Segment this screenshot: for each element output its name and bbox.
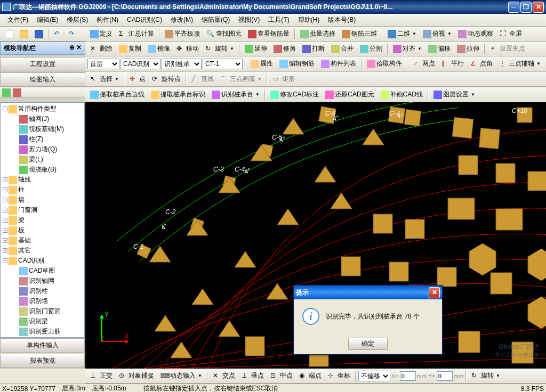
dialog-titlebar[interactable]: 提示 ✕ — [294, 285, 442, 299]
tree-root[interactable]: −常用构件类型 — [2, 104, 83, 114]
trim-button[interactable]: 修剪 — [271, 43, 299, 55]
undo-button[interactable]: ↶ — [51, 28, 65, 40]
menu-version[interactable]: 版本号(B) — [324, 14, 360, 26]
tree-slab[interactable]: 现浇板(B) — [11, 165, 83, 175]
new-button[interactable] — [2, 28, 16, 40]
menu-edit[interactable]: 编辑(E) — [33, 14, 62, 26]
restore-button[interactable]: ❐ — [520, 2, 532, 13]
line-button[interactable]: ╱直线 — [189, 73, 216, 85]
idcap-select[interactable]: 识别桩承 — [162, 59, 202, 69]
idcap-button[interactable]: 识别桩承台▼ — [209, 88, 262, 101]
tree-axis-grid[interactable]: 轴网(J) — [11, 114, 83, 124]
dialog-ok-button[interactable]: 确定 — [348, 338, 388, 350]
nav-project-settings[interactable]: 工程设置 — [0, 57, 85, 71]
snap-button[interactable]: ⊙对象捕捉 — [116, 370, 157, 382]
mid-button[interactable]: ⊡中点 — [268, 370, 295, 382]
stretch-button[interactable]: 拉伸 — [454, 43, 482, 55]
save-button[interactable] — [32, 28, 46, 40]
tree-raft[interactable]: 筏板基础(M) — [11, 124, 83, 134]
batchsel-button[interactable]: 批量选择 — [298, 28, 338, 40]
tree-openings[interactable]: +门窗洞 — [2, 205, 83, 215]
endpt-button[interactable]: ◉端点 — [296, 370, 324, 382]
tree-id-opening[interactable]: 识别门窗洞 — [11, 306, 83, 316]
menu-component[interactable]: 构件(N) — [92, 14, 123, 26]
merge-button[interactable]: 合并 — [328, 43, 356, 55]
menu-tools[interactable]: 工具(T) — [264, 14, 293, 26]
floor-select[interactable]: 首层 — [87, 59, 119, 69]
parallel-button[interactable]: ∥平行 — [439, 58, 467, 70]
mirror-button[interactable]: 镜像 — [145, 43, 173, 55]
tree-cad-draft[interactable]: CAD草图 — [11, 266, 83, 276]
tree-id-negbar[interactable]: 识别负筋 — [11, 337, 83, 338]
tree-slabs[interactable]: +板 — [2, 225, 83, 235]
menu-view[interactable]: 视图(V) — [234, 14, 264, 26]
tree-id-column[interactable]: 识别柱 — [11, 286, 83, 296]
nav-draw-input[interactable]: 绘图输入 — [0, 72, 85, 87]
rebar3d-button[interactable]: 钢筋三维 — [339, 28, 380, 40]
pickcomp-button[interactable]: 拾取构件 — [364, 58, 405, 70]
copy-button[interactable]: 复制 — [116, 43, 144, 55]
rect-button[interactable]: ▭矩形 — [270, 73, 298, 85]
collapse-icon[interactable] — [13, 88, 21, 97]
coord-button[interactable]: ⊹坐标 — [325, 370, 353, 382]
tree-beams[interactable]: +梁 — [2, 215, 83, 225]
ortho-button[interactable]: ⊥正交 — [87, 370, 115, 382]
menu-help[interactable]: 帮助(H) — [294, 14, 324, 26]
overlook-button[interactable]: 俯视▼ — [420, 28, 454, 40]
threeaux-button[interactable]: ⋮三点辅轴▼ — [496, 58, 543, 70]
ct-select[interactable]: CT-1 — [203, 59, 243, 69]
summary-button[interactable]: Σ汇总计算 — [116, 28, 157, 40]
delete-button[interactable]: ✕删除 — [87, 43, 115, 55]
rotpt-button[interactable]: ⟳旋转点 — [149, 73, 183, 85]
offset-select[interactable]: 不偏移 — [358, 371, 390, 381]
extractedge-button[interactable]: 提取桩承台边线 — [87, 88, 147, 101]
point-button[interactable]: ✛点 — [127, 73, 148, 85]
tree-shearwall[interactable]: 剪力墙(Q) — [11, 144, 83, 154]
viewrebar-button[interactable]: 查看钢筋量 — [245, 28, 292, 40]
expand-icon[interactable] — [2, 88, 11, 97]
dyninput-button[interactable]: ⌨动态输入▼ — [158, 370, 205, 382]
bottom-rotate-button[interactable]: ↻旋转▼ — [469, 370, 503, 382]
extend-button[interactable]: 延伸 — [242, 43, 270, 55]
twopt-button[interactable]: ⟋两点 — [410, 58, 438, 70]
nav-report-preview[interactable]: 报表预览 — [0, 354, 85, 368]
extractmark-button[interactable]: 提取桩承台标识 — [148, 88, 208, 101]
close-button[interactable]: ✕ — [533, 2, 544, 13]
tree-walls[interactable]: +墙 — [2, 195, 83, 205]
tree-foundation[interactable]: +基础 — [2, 235, 83, 246]
tree-axis[interactable]: +轴线 — [2, 175, 83, 185]
menu-cad[interactable]: CAD识别(C) — [123, 14, 166, 26]
menu-file[interactable]: 文件(F) — [3, 14, 33, 26]
nav-single-input[interactable]: 单构件输入 — [0, 338, 85, 353]
modcad-button[interactable]: 修改CAD标注 — [268, 88, 322, 101]
offset-button[interactable]: 偏移 — [425, 43, 453, 55]
ptangle-button[interactable]: ∠点角 — [468, 58, 495, 70]
offset-y-input[interactable] — [437, 371, 453, 381]
break-button[interactable]: 打断 — [300, 43, 327, 55]
dialog-close-button[interactable]: ✕ — [429, 287, 440, 298]
findelem-button[interactable]: 🔍查找图元 — [204, 28, 244, 40]
fullscreen-button[interactable]: ⛶全屏 — [497, 28, 525, 40]
view2d-button[interactable]: 二维▼ — [385, 28, 419, 40]
tree-other[interactable]: +其它 — [2, 246, 83, 256]
redo-button[interactable]: ↷ — [66, 28, 80, 40]
tree-id-beam[interactable]: 识别梁 — [11, 316, 83, 326]
offset-x-input[interactable] — [400, 371, 416, 381]
tree-id-mainbar[interactable]: 识别受力筋 — [11, 326, 83, 337]
setclamp-button[interactable]: ✦设置夹点 — [487, 43, 528, 55]
complist-button[interactable]: 构件列表 — [318, 58, 359, 70]
cross-button[interactable]: ✕交点 — [210, 370, 238, 382]
component-tree[interactable]: −常用构件类型 轴网(J) 筏板基础(M) 柱(Z) 剪力墙(Q) 梁(L) 现… — [0, 102, 85, 338]
dynview-button[interactable]: 动态观察 — [455, 28, 496, 40]
define-button[interactable]: 定义 — [87, 28, 115, 40]
layerset-button[interactable]: 图层设置▼ — [431, 88, 478, 101]
drawing-canvas[interactable]: C-1 C-2 C-3 C-4 C-5 C-6 C-7 C+10 4° 4° 4… — [85, 102, 546, 369]
arc3pt-button[interactable]: ⌒三点画弧▼ — [218, 73, 264, 85]
tree-cad-id[interactable]: −CAD识别 — [2, 256, 83, 266]
menu-modify[interactable]: 修改(M) — [166, 14, 197, 26]
menu-floor[interactable]: 楼层(S) — [62, 14, 92, 26]
split-button[interactable]: 分割 — [357, 43, 385, 55]
tree-beam[interactable]: 梁(L) — [11, 154, 83, 165]
minimize-button[interactable]: ─ — [508, 2, 519, 13]
rotate-button[interactable]: ↻旋转▼ — [203, 43, 237, 55]
